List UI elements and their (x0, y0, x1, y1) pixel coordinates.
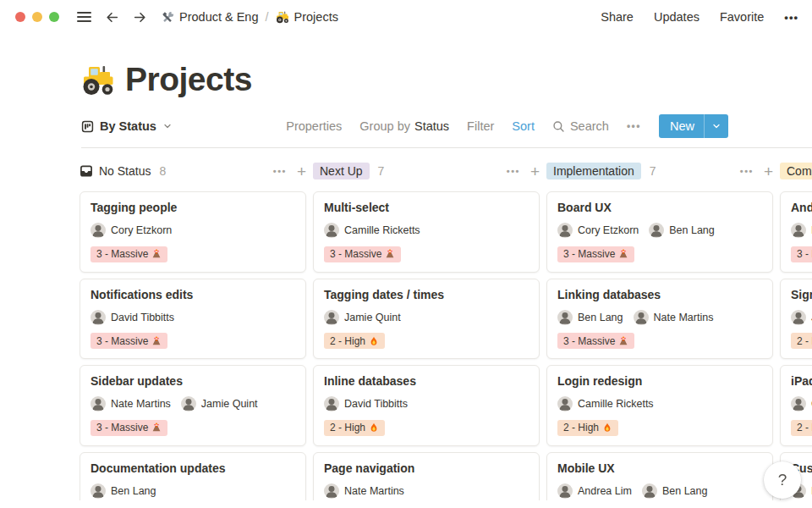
project-card[interactable]: Tagging people Cory Etzkorn 3 - Massive (80, 191, 306, 273)
assignee-name: Cory Etzkorn (578, 224, 639, 236)
card-assignees: Jamie Quint (324, 310, 529, 325)
sidebar-menu-icon[interactable] (76, 12, 91, 22)
column-status-badge[interactable]: Next Up (313, 163, 370, 179)
volcano-icon (151, 422, 162, 433)
card-assignees: Cory Etzkorn (791, 396, 812, 411)
column-status-badge[interactable]: Completed (780, 163, 812, 179)
card-title: iPad app (791, 374, 812, 388)
column-add-button[interactable]: + (297, 163, 306, 179)
column-more-button[interactable]: ••• (740, 166, 754, 176)
close-window-button[interactable] (15, 12, 25, 22)
priority-badge: 3 - Massive (557, 246, 634, 262)
card-priority-row: 3 - Massive (324, 246, 529, 262)
new-button[interactable]: New (659, 114, 728, 138)
column-status-badge[interactable]: Implementation (546, 163, 641, 179)
priority-badge: 2 - High (791, 420, 812, 436)
zoom-window-button[interactable] (49, 12, 59, 22)
minimize-window-button[interactable] (32, 12, 42, 22)
board-view-icon (81, 120, 94, 133)
priority-label: 3 - Massive (563, 335, 615, 347)
project-card[interactable]: Linking databases Ben Lang Nate Martins … (546, 279, 773, 360)
column-add-button[interactable]: + (764, 163, 773, 179)
card-priority-row: 2 - High (791, 333, 812, 350)
project-card[interactable]: Inline databases David Tibbitts 2 - High (313, 365, 540, 446)
column-cards: Multi-select Camille Ricketts 3 - Massiv… (313, 191, 540, 500)
board-column: Next Up 7 ••• + Multi-select Camille Ric… (313, 162, 540, 500)
volcano-icon (618, 249, 628, 259)
assignee: Cory Etzkorn (557, 223, 639, 238)
board-column: Implementation 7 ••• + Board UX Cory Etz… (546, 162, 773, 500)
volcano-icon (151, 336, 162, 346)
project-card[interactable]: Android app Nate Martins 3 - Massive (780, 191, 812, 273)
column-label: No Status (99, 164, 151, 178)
more-options-icon[interactable]: ••• (784, 11, 798, 24)
assignee-name: David Tibbitts (344, 398, 408, 410)
toolbar-more-icon[interactable]: ••• (627, 120, 641, 132)
avatar (557, 310, 573, 325)
assignee-name: Nate Martins (111, 398, 171, 410)
project-card[interactable]: Mobile UX Andrea Lim Ben Lang 1- Normal (546, 452, 773, 501)
project-card[interactable]: Documentation updates Ben Lang 2 - High (80, 452, 306, 501)
new-dropdown-icon[interactable] (704, 114, 728, 138)
properties-button[interactable]: Properties (286, 119, 342, 133)
avatar (557, 396, 573, 411)
project-card[interactable]: Board UX Cory Etzkorn Ben Lang 3 - Massi… (546, 191, 773, 273)
column-more-button[interactable]: ••• (507, 166, 520, 176)
forward-icon[interactable] (133, 10, 147, 25)
favorite-button[interactable]: Favorite (720, 10, 764, 24)
kanban-board: No Status 8 ••• + Tagging people Cory Et… (80, 162, 812, 500)
assignee-name: Ben Lang (578, 312, 623, 323)
filter-button[interactable]: Filter (467, 119, 494, 133)
column-cards: Android app Nate Martins 3 - Massive Sig… (780, 191, 812, 500)
priority-label: 3 - Massive (797, 248, 812, 260)
fire-icon (369, 336, 379, 346)
project-card[interactable]: Login redesign Camille Ricketts 2 - High (546, 365, 773, 446)
search-button[interactable]: Search (552, 119, 609, 133)
column-add-button[interactable]: + (530, 163, 540, 179)
project-card[interactable]: Signup flow Jamie Quint 2 - High (780, 279, 812, 360)
assignee: Jamie Quint (324, 310, 401, 325)
card-title: Notifications edits (91, 288, 295, 301)
column-title[interactable]: No Status (80, 164, 151, 178)
chevron-down-icon (162, 121, 173, 131)
window-controls (15, 12, 59, 22)
card-assignees: Camille Ricketts (324, 223, 529, 238)
group-by-prefix: Group by (359, 119, 410, 133)
avatar (649, 223, 664, 238)
updates-button[interactable]: Updates (654, 10, 700, 24)
assignee: Ben Lang (557, 310, 623, 325)
group-by-button[interactable]: Group by Status (359, 119, 449, 133)
card-title: Tagging dates / times (324, 288, 529, 301)
priority-label: 2 - High (797, 335, 812, 347)
sort-button[interactable]: Sort (512, 119, 535, 133)
project-card[interactable]: Tagging dates / times Jamie Quint 2 - Hi… (313, 279, 540, 360)
project-card[interactable]: Notifications edits David Tibbitts 3 - M… (80, 279, 306, 360)
board-column: No Status 8 ••• + Tagging people Cory Et… (80, 162, 306, 500)
volcano-icon (151, 249, 162, 259)
project-card[interactable]: iPad app Cory Etzkorn 2 - High (780, 365, 812, 446)
avatar (791, 396, 806, 411)
topbar-actions: Share Updates Favorite ••• (601, 10, 798, 24)
share-button[interactable]: Share (601, 10, 634, 24)
back-icon[interactable] (105, 10, 119, 25)
avatar (181, 396, 196, 411)
project-card[interactable]: Sidebar updates Nate Martins Jamie Quint… (80, 365, 306, 446)
breadcrumb-item-workspace[interactable]: Product & Eng (161, 10, 259, 24)
priority-label: 3 - Massive (563, 248, 615, 260)
card-assignees: Ben Lang (91, 483, 295, 499)
card-title: Page navigation (324, 461, 529, 475)
priority-badge: 3 - Massive (791, 246, 812, 262)
column-more-button[interactable]: ••• (273, 166, 287, 176)
breadcrumb-item-page[interactable]: Projects (276, 10, 338, 24)
view-name: By Status (100, 119, 156, 133)
fire-icon (602, 422, 612, 433)
assignee: Nate Martins (91, 396, 171, 411)
project-card[interactable]: Multi-select Camille Ricketts 3 - Massiv… (313, 191, 540, 273)
breadcrumb-separator: / (266, 10, 269, 24)
page-icon-tractor[interactable] (81, 63, 115, 97)
assignee: Ben Lang (91, 483, 156, 499)
card-assignees: Nate Martins Jamie Quint (91, 396, 295, 411)
view-switcher[interactable]: By Status (81, 119, 173, 133)
project-card[interactable]: Page navigation Nate Martins 1- Normal (313, 452, 540, 501)
help-button[interactable]: ? (764, 461, 801, 499)
